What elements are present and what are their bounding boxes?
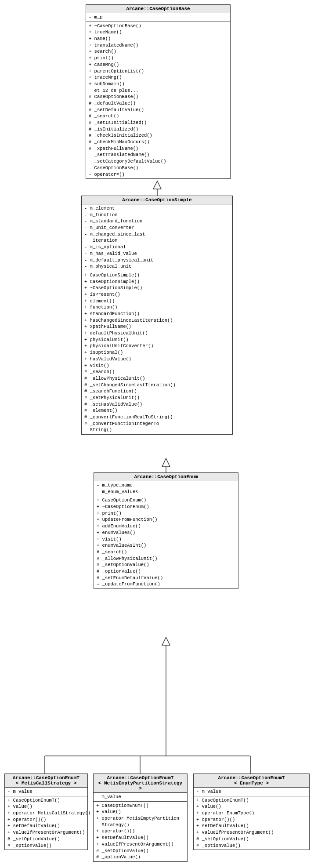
case-option-simple-fields: - m_element - m_function - m_standard_fu…	[82, 204, 232, 271]
case-option-enum-t-metis-title: Arcane::CaseOptionEnumT < MetisCallStrat…	[5, 774, 87, 788]
case-option-simple-methods: + CaseOptionSimple() + CaseOptionSimple(…	[82, 271, 232, 434]
case-option-enum-methods: + CaseOptionEnum() + ~CaseOptionEnum() +…	[94, 496, 238, 588]
case-option-enum-t-enumtype-title: Arcane::CaseOptionEnumT < EnumType >	[194, 774, 309, 788]
case-option-simple-box: Arcane::CaseOptionSimple - m_element - m…	[81, 196, 233, 435]
field-m_p: - m_p	[89, 14, 227, 21]
case-option-enum-t-metis-empty-box: Arcane::CaseOptionEnumT < MetisEmptyPart…	[93, 774, 188, 862]
case-option-enum-t-metis-empty-title: Arcane::CaseOptionEnumT < MetisEmptyPart…	[94, 774, 187, 793]
case-option-enum-box: Arcane::CaseOptionEnum - m_type_name - m…	[94, 472, 238, 589]
svg-marker-3	[162, 458, 170, 467]
case-option-base-title: Arcane::CaseOptionBase	[86, 5, 230, 13]
svg-marker-1	[153, 181, 161, 189]
diagram-container: Arcane::CaseOptionBase - m_p + ~CaseOpti…	[0, 0, 314, 868]
case-option-base-box: Arcane::CaseOptionBase - m_p + ~CaseOpti…	[86, 4, 231, 179]
case-option-enum-t-metis-box: Arcane::CaseOptionEnumT < MetisCallStrat…	[4, 774, 88, 850]
case-option-base-methods: + ~CaseOptionBase() + trueName() + name(…	[86, 22, 230, 179]
case-option-simple-title: Arcane::CaseOptionSimple	[82, 196, 232, 204]
case-option-enum-fields: - m_type_name - m_enum_values	[94, 481, 238, 496]
case-option-enum-t-enumtype-box: Arcane::CaseOptionEnumT < EnumType > - m…	[193, 774, 310, 850]
svg-marker-9	[162, 637, 170, 645]
case-option-base-fields: - m_p	[86, 13, 230, 22]
case-option-enum-title: Arcane::CaseOptionEnum	[94, 473, 238, 481]
